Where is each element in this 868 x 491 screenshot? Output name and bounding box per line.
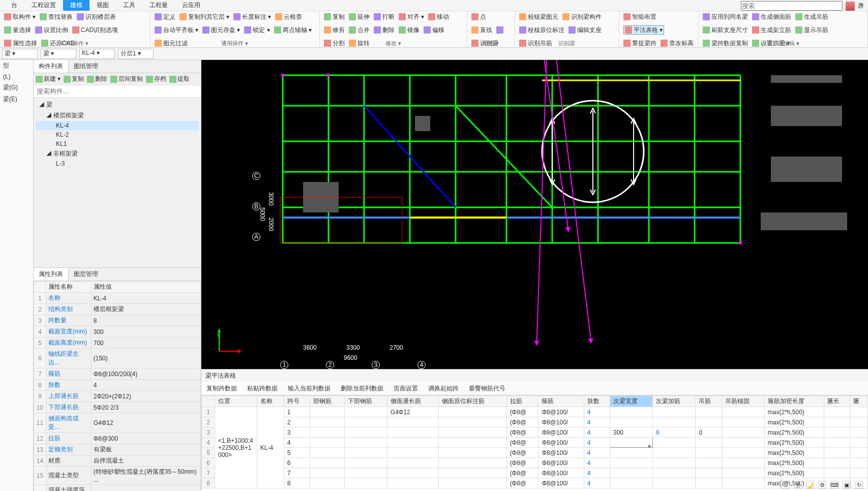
ribbon-item[interactable]: 锁定 ▾: [244, 25, 270, 35]
ribbon-item[interactable]: 识别梁构件: [562, 12, 602, 21]
prop-row[interactable]: 10下部通长筋5Φ20 2/3: [34, 402, 201, 413]
avatar[interactable]: [846, 2, 855, 11]
prop-row[interactable]: 16混凝土强度等级(C40): [34, 485, 201, 492]
col-header[interactable]: 侧面通长筋: [387, 396, 438, 407]
bp-tab[interactable]: 调换起始跨: [423, 382, 464, 395]
comp-tool[interactable]: 层间复制: [110, 75, 143, 83]
beam-row[interactable]: 22(Φ8@Φ8@100/4max(2*h,500): [202, 417, 868, 427]
beam-row[interactable]: 33(Φ8@Φ8@100/430060max(2*h,500): [202, 427, 868, 438]
menu-3[interactable]: 视图: [89, 0, 116, 11]
prop-row[interactable]: 11侧面构造或受...G4Φ12: [34, 413, 201, 433]
tree-node[interactable]: L-3: [36, 159, 199, 168]
col-header[interactable]: 拉筋: [506, 396, 538, 407]
col-header[interactable]: 腋长: [824, 396, 850, 407]
col-header[interactable]: [202, 396, 215, 407]
prop-tab[interactable]: 图层管理: [69, 268, 103, 281]
col-header[interactable]: 位置: [215, 396, 257, 407]
menu-5[interactable]: 工程量: [142, 0, 175, 11]
tree-node[interactable]: ◢ 梁: [36, 100, 199, 110]
ribbon-item[interactable]: CAD识别选项: [72, 25, 118, 35]
prop-row[interactable]: 12拉筋Φ8@300: [34, 433, 201, 444]
ribbon-item[interactable]: 校核原位标注: [519, 25, 564, 35]
beam-row[interactable]: 44(Φ8@Φ8@100/4max(2*h,500): [202, 438, 868, 448]
menu-1[interactable]: 工程设置: [24, 0, 63, 11]
global-search[interactable]: [741, 1, 843, 11]
left-item[interactable]: 梁(G): [0, 82, 33, 94]
col-header[interactable]: 侧面原位标注筋: [438, 396, 506, 407]
col-header[interactable]: 次梁宽度: [610, 396, 652, 407]
col-header[interactable]: 跨号: [284, 396, 310, 407]
tree-node[interactable]: KL-4: [36, 121, 199, 130]
comp-tab[interactable]: 构件列表: [34, 60, 69, 73]
left-item[interactable]: (L): [0, 72, 33, 82]
comp-tab[interactable]: 图纸管理: [69, 60, 103, 73]
ribbon-item[interactable]: 延伸: [349, 12, 370, 21]
status-item[interactable]: 五: [794, 481, 802, 489]
col-header[interactable]: 肢数: [584, 396, 610, 407]
prop-row[interactable]: 8肢数4: [34, 380, 201, 391]
ribbon-item[interactable]: 修剪: [324, 25, 345, 35]
ribbon-item[interactable]: 镜像: [399, 25, 420, 35]
ribbon-item[interactable]: 打断: [374, 12, 395, 21]
beam-row[interactable]: 55(Φ8@Φ8@100/4max(2*h,500): [202, 448, 868, 458]
status-item[interactable]: 🌙: [806, 481, 814, 489]
col-header[interactable]: 次梁加筋: [653, 396, 696, 407]
selector[interactable]: KL-4 ▾: [79, 49, 115, 59]
ribbon-item[interactable]: 生成架立筋: [752, 25, 791, 35]
comp-tool[interactable]: 新建 ▾: [36, 75, 61, 83]
ribbon-item[interactable]: 应用到同名梁: [703, 12, 748, 21]
ribbon-item[interactable]: 复制: [324, 12, 345, 21]
beam-row[interactable]: 1<1,B+1000;4+22500,B+1000>KL-41G4Φ12(Φ8@…: [202, 407, 868, 417]
ribbon-item[interactable]: 生成侧面筋: [752, 12, 791, 21]
ribbon-item[interactable]: 定义: [155, 12, 175, 21]
prop-row[interactable]: 14材质自拌混凝土: [34, 455, 201, 467]
ribbon-item[interactable]: 对齐 ▾: [399, 12, 424, 21]
bp-tab[interactable]: 输入当前列数据: [283, 382, 336, 395]
drawing-canvas[interactable]: Y X 36003300270096001234ABC200030005000: [201, 60, 868, 369]
ribbon-item[interactable]: 识别楼层表: [77, 12, 116, 21]
menu-2[interactable]: 建模: [63, 0, 89, 11]
col-header[interactable]: 箍筋加密长度: [764, 396, 824, 407]
col-header[interactable]: 下部钢筋: [344, 396, 387, 407]
left-item[interactable]: 型: [0, 60, 33, 72]
col-header[interactable]: 部钢筋: [310, 396, 344, 407]
menu-0[interactable]: 台: [4, 0, 24, 11]
status-item[interactable]: ⌨: [830, 481, 839, 489]
ribbon-item[interactable]: 取构件 ▾: [4, 12, 36, 21]
selector[interactable]: 梁 ▾: [41, 49, 76, 59]
ribbon-item[interactable]: 合并: [349, 25, 370, 35]
ribbon-item[interactable]: 云检查: [275, 12, 302, 21]
prop-row[interactable]: 1名称KL-4: [34, 293, 201, 304]
ribbon-item[interactable]: 智能布置: [623, 12, 656, 21]
ribbon-item[interactable]: [496, 25, 505, 35]
ribbon-item[interactable]: 生成吊筋: [795, 12, 828, 21]
col-header[interactable]: 吊筋锚固: [722, 396, 764, 407]
tree-node[interactable]: KL1: [36, 139, 199, 148]
prop-row[interactable]: 15混凝土类型(特细砂塑性混凝土(坍落度35～50mm) ...: [34, 467, 201, 485]
left-item[interactable]: 梁(E): [0, 94, 33, 105]
ribbon-item[interactable]: 自动平齐板 ▾: [155, 25, 198, 35]
col-header[interactable]: 吊筋: [696, 396, 722, 407]
beam-table[interactable]: 位置名称跨号部钢筋下部钢筋侧面通长筋侧面原位标注筋拉筋箍筋肢数次梁宽度次梁加筋吊…: [201, 395, 868, 491]
menu-4[interactable]: 工具: [116, 0, 142, 11]
ribbon-item[interactable]: 移动: [428, 12, 449, 21]
prop-row[interactable]: 6轴线距梁左边...(150): [34, 349, 201, 369]
ribbon-item[interactable]: 复制到其它层 ▾: [179, 12, 229, 21]
prop-row[interactable]: 2结构类别楼层框架梁: [34, 304, 201, 315]
prop-row[interactable]: 7箍筋Φ8@100/200(4): [34, 369, 201, 380]
col-header[interactable]: 名称: [257, 396, 284, 407]
ribbon-item[interactable]: 查找替换: [40, 12, 73, 21]
ribbon-item[interactable]: 删除: [374, 25, 395, 35]
beam-row[interactable]: 66(Φ8@Φ8@100/4max(2*h,500): [202, 458, 868, 468]
bp-tab[interactable]: 最臀钢筋代号: [464, 382, 511, 395]
ribbon-item[interactable]: 刷新支座尺寸: [703, 25, 748, 35]
bp-tab[interactable]: 删除当前列数据: [336, 382, 388, 395]
ribbon-item[interactable]: 偏移: [424, 25, 444, 35]
beam-row[interactable]: 77(Φ8@Φ8@100/4max(2*h,500): [202, 468, 868, 478]
ribbon-item[interactable]: 两点辅轴 ▾: [274, 25, 312, 35]
tree-node[interactable]: ◢ 楼层框架梁: [36, 110, 199, 121]
tree-node[interactable]: KL-2: [36, 130, 199, 139]
ribbon-item[interactable]: 显示吊筋: [795, 25, 828, 35]
ribbon-item[interactable]: 平法表格 ▾: [623, 25, 664, 35]
ribbon-item[interactable]: 量选择: [4, 25, 31, 35]
